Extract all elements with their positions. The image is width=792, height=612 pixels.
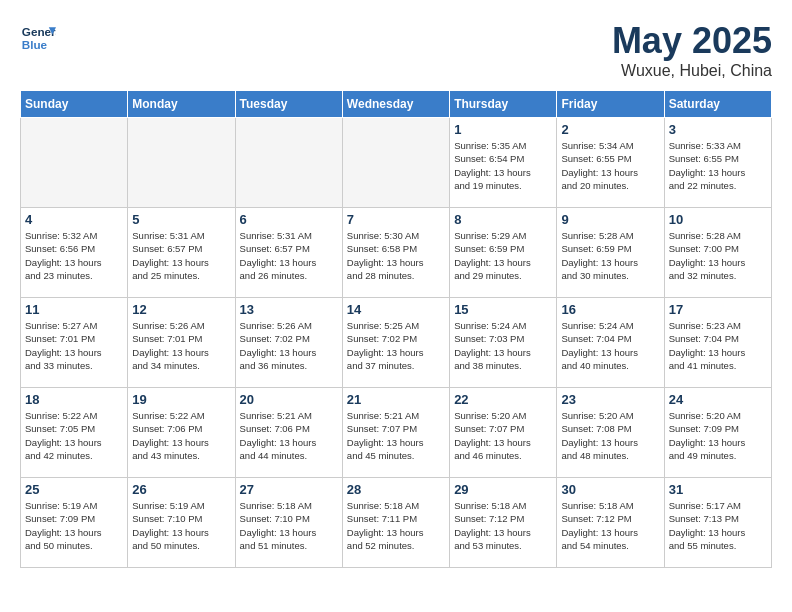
day-number: 7 bbox=[347, 212, 445, 227]
day-info: Sunrise: 5:18 AM Sunset: 7:10 PM Dayligh… bbox=[240, 499, 338, 552]
calendar-cell: 13Sunrise: 5:26 AM Sunset: 7:02 PM Dayli… bbox=[235, 298, 342, 388]
day-number: 4 bbox=[25, 212, 123, 227]
month-title: May 2025 bbox=[612, 20, 772, 62]
day-info: Sunrise: 5:18 AM Sunset: 7:12 PM Dayligh… bbox=[561, 499, 659, 552]
day-number: 23 bbox=[561, 392, 659, 407]
calendar-cell: 1Sunrise: 5:35 AM Sunset: 6:54 PM Daylig… bbox=[450, 118, 557, 208]
day-info: Sunrise: 5:22 AM Sunset: 7:06 PM Dayligh… bbox=[132, 409, 230, 462]
calendar-cell: 8Sunrise: 5:29 AM Sunset: 6:59 PM Daylig… bbox=[450, 208, 557, 298]
day-number: 20 bbox=[240, 392, 338, 407]
day-info: Sunrise: 5:20 AM Sunset: 7:09 PM Dayligh… bbox=[669, 409, 767, 462]
calendar-cell bbox=[235, 118, 342, 208]
day-info: Sunrise: 5:34 AM Sunset: 6:55 PM Dayligh… bbox=[561, 139, 659, 192]
calendar-cell: 20Sunrise: 5:21 AM Sunset: 7:06 PM Dayli… bbox=[235, 388, 342, 478]
calendar-cell: 30Sunrise: 5:18 AM Sunset: 7:12 PM Dayli… bbox=[557, 478, 664, 568]
day-info: Sunrise: 5:20 AM Sunset: 7:08 PM Dayligh… bbox=[561, 409, 659, 462]
calendar-cell: 28Sunrise: 5:18 AM Sunset: 7:11 PM Dayli… bbox=[342, 478, 449, 568]
day-info: Sunrise: 5:25 AM Sunset: 7:02 PM Dayligh… bbox=[347, 319, 445, 372]
week-row-3: 11Sunrise: 5:27 AM Sunset: 7:01 PM Dayli… bbox=[21, 298, 772, 388]
calendar-table: SundayMondayTuesdayWednesdayThursdayFrid… bbox=[20, 90, 772, 568]
day-info: Sunrise: 5:24 AM Sunset: 7:03 PM Dayligh… bbox=[454, 319, 552, 372]
calendar-cell: 17Sunrise: 5:23 AM Sunset: 7:04 PM Dayli… bbox=[664, 298, 771, 388]
svg-text:Blue: Blue bbox=[22, 38, 48, 51]
calendar-cell: 9Sunrise: 5:28 AM Sunset: 6:59 PM Daylig… bbox=[557, 208, 664, 298]
week-row-4: 18Sunrise: 5:22 AM Sunset: 7:05 PM Dayli… bbox=[21, 388, 772, 478]
day-number: 21 bbox=[347, 392, 445, 407]
page-header: General Blue May 2025 Wuxue, Hubei, Chin… bbox=[20, 20, 772, 80]
calendar-cell: 3Sunrise: 5:33 AM Sunset: 6:55 PM Daylig… bbox=[664, 118, 771, 208]
calendar-cell: 11Sunrise: 5:27 AM Sunset: 7:01 PM Dayli… bbox=[21, 298, 128, 388]
calendar-cell bbox=[342, 118, 449, 208]
day-info: Sunrise: 5:21 AM Sunset: 7:06 PM Dayligh… bbox=[240, 409, 338, 462]
day-number: 6 bbox=[240, 212, 338, 227]
calendar-cell bbox=[128, 118, 235, 208]
day-number: 24 bbox=[669, 392, 767, 407]
day-info: Sunrise: 5:19 AM Sunset: 7:09 PM Dayligh… bbox=[25, 499, 123, 552]
day-info: Sunrise: 5:31 AM Sunset: 6:57 PM Dayligh… bbox=[132, 229, 230, 282]
day-info: Sunrise: 5:22 AM Sunset: 7:05 PM Dayligh… bbox=[25, 409, 123, 462]
day-info: Sunrise: 5:20 AM Sunset: 7:07 PM Dayligh… bbox=[454, 409, 552, 462]
calendar-cell: 6Sunrise: 5:31 AM Sunset: 6:57 PM Daylig… bbox=[235, 208, 342, 298]
header-row: SundayMondayTuesdayWednesdayThursdayFrid… bbox=[21, 91, 772, 118]
day-info: Sunrise: 5:26 AM Sunset: 7:01 PM Dayligh… bbox=[132, 319, 230, 372]
calendar-cell: 12Sunrise: 5:26 AM Sunset: 7:01 PM Dayli… bbox=[128, 298, 235, 388]
calendar-cell: 10Sunrise: 5:28 AM Sunset: 7:00 PM Dayli… bbox=[664, 208, 771, 298]
logo: General Blue bbox=[20, 20, 56, 56]
calendar-cell: 15Sunrise: 5:24 AM Sunset: 7:03 PM Dayli… bbox=[450, 298, 557, 388]
day-header-monday: Monday bbox=[128, 91, 235, 118]
day-number: 29 bbox=[454, 482, 552, 497]
day-info: Sunrise: 5:19 AM Sunset: 7:10 PM Dayligh… bbox=[132, 499, 230, 552]
svg-text:General: General bbox=[22, 25, 56, 38]
day-info: Sunrise: 5:33 AM Sunset: 6:55 PM Dayligh… bbox=[669, 139, 767, 192]
logo-icon: General Blue bbox=[20, 20, 56, 56]
day-info: Sunrise: 5:29 AM Sunset: 6:59 PM Dayligh… bbox=[454, 229, 552, 282]
calendar-cell: 5Sunrise: 5:31 AM Sunset: 6:57 PM Daylig… bbox=[128, 208, 235, 298]
calendar-cell: 27Sunrise: 5:18 AM Sunset: 7:10 PM Dayli… bbox=[235, 478, 342, 568]
day-number: 18 bbox=[25, 392, 123, 407]
day-info: Sunrise: 5:17 AM Sunset: 7:13 PM Dayligh… bbox=[669, 499, 767, 552]
day-header-sunday: Sunday bbox=[21, 91, 128, 118]
day-number: 12 bbox=[132, 302, 230, 317]
day-info: Sunrise: 5:24 AM Sunset: 7:04 PM Dayligh… bbox=[561, 319, 659, 372]
day-number: 27 bbox=[240, 482, 338, 497]
day-info: Sunrise: 5:18 AM Sunset: 7:11 PM Dayligh… bbox=[347, 499, 445, 552]
day-number: 25 bbox=[25, 482, 123, 497]
day-info: Sunrise: 5:23 AM Sunset: 7:04 PM Dayligh… bbox=[669, 319, 767, 372]
title-section: May 2025 Wuxue, Hubei, China bbox=[612, 20, 772, 80]
day-number: 19 bbox=[132, 392, 230, 407]
day-number: 1 bbox=[454, 122, 552, 137]
day-number: 14 bbox=[347, 302, 445, 317]
calendar-cell: 4Sunrise: 5:32 AM Sunset: 6:56 PM Daylig… bbox=[21, 208, 128, 298]
day-header-tuesday: Tuesday bbox=[235, 91, 342, 118]
day-number: 2 bbox=[561, 122, 659, 137]
day-number: 3 bbox=[669, 122, 767, 137]
day-number: 26 bbox=[132, 482, 230, 497]
day-number: 16 bbox=[561, 302, 659, 317]
day-info: Sunrise: 5:21 AM Sunset: 7:07 PM Dayligh… bbox=[347, 409, 445, 462]
day-info: Sunrise: 5:28 AM Sunset: 7:00 PM Dayligh… bbox=[669, 229, 767, 282]
day-info: Sunrise: 5:18 AM Sunset: 7:12 PM Dayligh… bbox=[454, 499, 552, 552]
day-number: 17 bbox=[669, 302, 767, 317]
calendar-cell: 2Sunrise: 5:34 AM Sunset: 6:55 PM Daylig… bbox=[557, 118, 664, 208]
calendar-cell bbox=[21, 118, 128, 208]
day-number: 28 bbox=[347, 482, 445, 497]
day-info: Sunrise: 5:28 AM Sunset: 6:59 PM Dayligh… bbox=[561, 229, 659, 282]
calendar-cell: 23Sunrise: 5:20 AM Sunset: 7:08 PM Dayli… bbox=[557, 388, 664, 478]
week-row-1: 1Sunrise: 5:35 AM Sunset: 6:54 PM Daylig… bbox=[21, 118, 772, 208]
day-number: 31 bbox=[669, 482, 767, 497]
day-header-friday: Friday bbox=[557, 91, 664, 118]
calendar-cell: 16Sunrise: 5:24 AM Sunset: 7:04 PM Dayli… bbox=[557, 298, 664, 388]
calendar-cell: 24Sunrise: 5:20 AM Sunset: 7:09 PM Dayli… bbox=[664, 388, 771, 478]
day-number: 22 bbox=[454, 392, 552, 407]
day-number: 30 bbox=[561, 482, 659, 497]
week-row-2: 4Sunrise: 5:32 AM Sunset: 6:56 PM Daylig… bbox=[21, 208, 772, 298]
calendar-cell: 22Sunrise: 5:20 AM Sunset: 7:07 PM Dayli… bbox=[450, 388, 557, 478]
calendar-cell: 18Sunrise: 5:22 AM Sunset: 7:05 PM Dayli… bbox=[21, 388, 128, 478]
calendar-cell: 29Sunrise: 5:18 AM Sunset: 7:12 PM Dayli… bbox=[450, 478, 557, 568]
calendar-cell: 14Sunrise: 5:25 AM Sunset: 7:02 PM Dayli… bbox=[342, 298, 449, 388]
calendar-cell: 31Sunrise: 5:17 AM Sunset: 7:13 PM Dayli… bbox=[664, 478, 771, 568]
day-number: 8 bbox=[454, 212, 552, 227]
calendar-cell: 19Sunrise: 5:22 AM Sunset: 7:06 PM Dayli… bbox=[128, 388, 235, 478]
day-info: Sunrise: 5:26 AM Sunset: 7:02 PM Dayligh… bbox=[240, 319, 338, 372]
calendar-cell: 21Sunrise: 5:21 AM Sunset: 7:07 PM Dayli… bbox=[342, 388, 449, 478]
